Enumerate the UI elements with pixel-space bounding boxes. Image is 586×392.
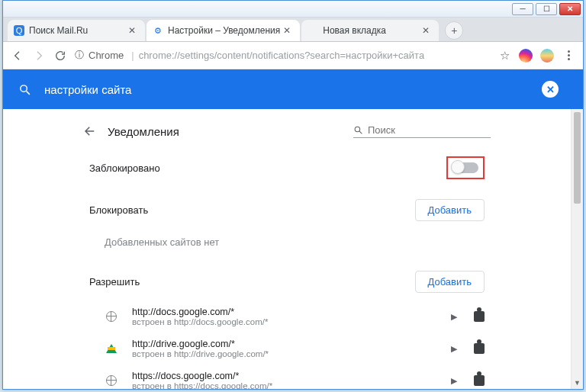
tab-label: Поиск Mail.Ru: [29, 25, 88, 36]
scrollbar[interactable]: ▲ ▼: [571, 109, 583, 389]
nav-forward-icon[interactable]: [32, 49, 46, 63]
expand-arrow-icon[interactable]: ▶: [451, 312, 457, 322]
svg-point-2: [355, 127, 360, 132]
content-area: Уведомления Заблокировано: [3, 109, 583, 389]
drive-icon: [105, 342, 118, 355]
tab-newtab[interactable]: Новая вкладка ✕: [301, 20, 439, 41]
browser-window: ─ ☐ ✕ Q Поиск Mail.Ru ✕ ⚙ Настройки – Ув…: [2, 0, 584, 390]
site-text: http://docs.google.com/*встроен в http:/…: [132, 307, 268, 326]
panel-back-icon[interactable]: [83, 124, 105, 138]
site-url: https://docs.google.com/*: [132, 371, 272, 381]
blocked-row: Заблокировано: [83, 146, 491, 190]
nav-back-icon[interactable]: [11, 49, 24, 63]
allow-list: http://docs.google.com/*встроен в http:/…: [83, 300, 491, 389]
scheme-label: Chrome: [89, 50, 124, 61]
site-row[interactable]: https://docs.google.com/*встроен в https…: [83, 365, 491, 389]
settings-search-bar: настройки сайта ✕: [3, 69, 583, 109]
extension-profile-icon[interactable]: [540, 49, 554, 63]
allow-section-header: Разрешить Добавить: [83, 262, 491, 300]
expand-arrow-icon[interactable]: ▶: [451, 376, 457, 386]
site-row[interactable]: http://docs.google.com/*встроен в http:/…: [83, 300, 491, 333]
close-tab-icon[interactable]: ✕: [125, 25, 139, 36]
url-text: chrome://settings/content/notifications?…: [139, 50, 425, 61]
site-text: https://docs.google.com/*встроен в https…: [132, 371, 272, 389]
address-bar[interactable]: ⓘ Chrome | chrome://settings/content/not…: [75, 46, 490, 66]
site-actions: ▶: [451, 311, 485, 322]
site-actions: ▶: [451, 343, 485, 354]
panel-search[interactable]: [353, 124, 491, 138]
block-empty-text: Добавленных сайтов нет: [83, 229, 491, 262]
site-actions: ▶: [451, 375, 485, 386]
blocked-label: Заблокировано: [89, 162, 160, 174]
browser-menu-icon[interactable]: [562, 50, 575, 60]
scroll-down-icon[interactable]: ▼: [572, 377, 583, 389]
favicon-blank: [307, 25, 318, 36]
extension-puzzle-icon[interactable]: [474, 343, 485, 354]
site-embed: встроен в http://drive.google.com/*: [132, 349, 269, 358]
favicon-settings: ⚙: [153, 25, 163, 36]
globe-icon: [105, 310, 118, 323]
search-icon: [353, 125, 363, 135]
expand-arrow-icon[interactable]: ▶: [451, 344, 457, 354]
toggle-highlight-box: [446, 156, 485, 179]
separator: |: [131, 50, 134, 61]
tab-label: Новая вкладка: [323, 25, 386, 36]
panel-search-input[interactable]: [368, 124, 491, 136]
site-embed: встроен в https://docs.google.com/*: [132, 381, 272, 389]
panel-title: Уведомления: [108, 125, 179, 138]
os-titlebar: ─ ☐ ✕: [3, 1, 583, 18]
new-tab-button[interactable]: +: [445, 21, 463, 40]
settings-content: Уведомления Заблокировано: [3, 109, 571, 389]
block-section-label: Блокировать: [89, 204, 148, 216]
site-row[interactable]: http://drive.google.com/*встроен в http:…: [83, 333, 491, 365]
add-block-button[interactable]: Добавить: [415, 199, 485, 221]
extension-puzzle-icon[interactable]: [474, 375, 485, 386]
scroll-thumb[interactable]: [574, 112, 581, 204]
toggle-knob: [451, 160, 465, 174]
tab-strip: Q Поиск Mail.Ru ✕ ⚙ Настройки – Уведомле…: [3, 18, 583, 42]
site-url: http://docs.google.com/*: [132, 307, 268, 317]
extension-puzzle-icon[interactable]: [474, 311, 485, 322]
globe-icon: [105, 374, 118, 387]
extension-instagram-icon[interactable]: [519, 49, 533, 63]
svg-line-1: [27, 91, 30, 94]
search-icon: [18, 83, 32, 96]
notifications-panel: Уведомления Заблокировано: [83, 121, 491, 389]
tab-settings[interactable]: ⚙ Настройки – Уведомления ✕: [146, 20, 300, 41]
close-window-button[interactable]: ✕: [559, 3, 581, 15]
allow-section-label: Разрешить: [89, 276, 140, 288]
site-url: http://drive.google.com/*: [132, 339, 269, 349]
notifications-toggle[interactable]: [452, 162, 478, 173]
block-section-header: Блокировать Добавить: [83, 190, 491, 229]
panel-header: Уведомления: [83, 121, 491, 146]
add-allow-button[interactable]: Добавить: [415, 271, 485, 293]
svg-line-3: [359, 131, 362, 133]
tab-mailru[interactable]: Q Поиск Mail.Ru ✕: [8, 20, 145, 41]
settings-search-query[interactable]: настройки сайта: [44, 83, 542, 96]
svg-point-0: [21, 85, 27, 92]
tab-label: Настройки – Уведомления: [168, 25, 280, 36]
site-text: http://drive.google.com/*встроен в http:…: [132, 339, 269, 358]
reload-icon[interactable]: [53, 49, 67, 63]
maximize-button[interactable]: ☐: [536, 3, 557, 15]
site-embed: встроен в http://docs.google.com/*: [132, 317, 268, 326]
bookmark-star-icon[interactable]: ☆: [497, 49, 511, 63]
minimize-button[interactable]: ─: [512, 3, 533, 15]
toolbar: ⓘ Chrome | chrome://settings/content/not…: [3, 42, 583, 69]
close-tab-icon[interactable]: ✕: [280, 25, 294, 36]
clear-search-icon[interactable]: ✕: [542, 81, 559, 98]
close-tab-icon[interactable]: ✕: [419, 25, 433, 36]
site-info-icon[interactable]: ⓘ: [75, 49, 84, 62]
favicon-mailru: Q: [14, 25, 24, 36]
